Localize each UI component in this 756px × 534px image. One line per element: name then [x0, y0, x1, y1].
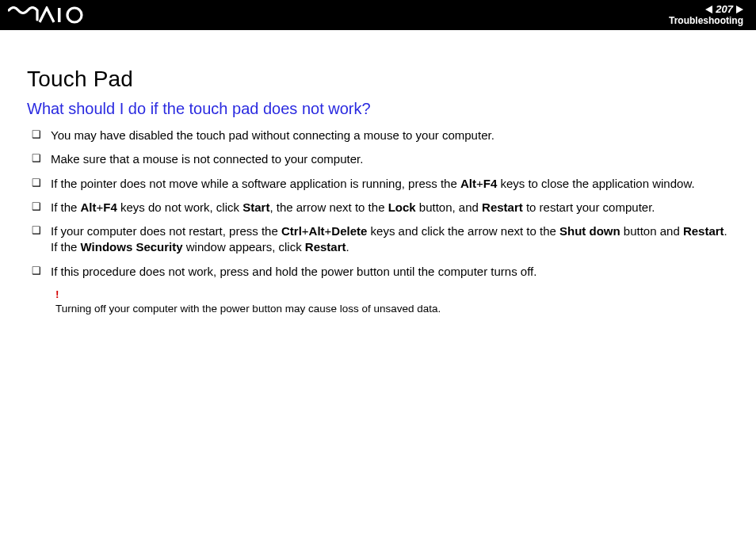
svg-rect-0: [58, 8, 61, 22]
warning-text: Turning off your computer with the power…: [55, 303, 441, 315]
list-item: You may have disabled the touch pad with…: [27, 128, 729, 143]
page-title: Touch Pad: [27, 67, 729, 92]
warning-note: ! Turning off your computer with the pow…: [27, 288, 729, 316]
list-item: If your computer does not restart, press…: [27, 223, 729, 256]
list-item: If this procedure does not work, press a…: [27, 264, 729, 280]
next-page-arrow-icon[interactable]: [736, 6, 743, 13]
svg-point-1: [67, 8, 82, 22]
list-item: If the pointer does not move while a sof…: [27, 176, 729, 192]
warning-icon: !: [55, 288, 729, 302]
page-content: Touch Pad What should I do if the touch …: [0, 30, 756, 316]
prev-page-arrow-icon[interactable]: [705, 6, 712, 13]
page-subtitle: What should I do if the touch pad does n…: [27, 100, 729, 118]
bullet-list: You may have disabled the touch pad with…: [27, 128, 729, 280]
list-item: Make sure that a mouse is not connected …: [27, 151, 729, 167]
vaio-logo: [8, 6, 95, 24]
header-right: 207 Troubleshooting: [669, 4, 743, 25]
page-nav: 207: [669, 4, 743, 15]
list-item: If the Alt+F4 keys do not work, click St…: [27, 200, 729, 216]
section-label: Troubleshooting: [669, 16, 743, 26]
page-header: 207 Troubleshooting: [0, 0, 756, 30]
page-number: 207: [716, 4, 733, 15]
